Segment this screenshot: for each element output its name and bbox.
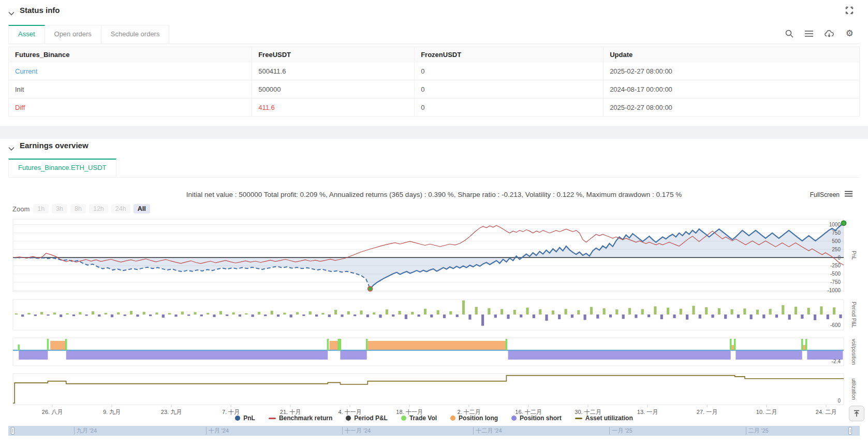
legend-item-period-p-l[interactable]: Period P&L — [346, 415, 388, 422]
status-tabs: AssetOpen ordersSchedule orders — [8, 24, 860, 44]
table-cell: 0 — [415, 62, 604, 80]
legend-label: Trade Vol — [409, 415, 437, 422]
svg-text:0: 0 — [837, 255, 841, 261]
legend-item-benchmark-return[interactable]: Benchmark return — [269, 415, 332, 422]
zoom-button-24h[interactable]: 24h — [111, 204, 130, 213]
earnings-stats-line: Initial net value : 500000 Total profit:… — [0, 191, 868, 198]
column-header: FreeUSDT — [252, 47, 415, 62]
legend-label: Position short — [520, 415, 562, 422]
legend-label: Position long — [459, 415, 498, 422]
table-cell: 2025-02-27 08:00:00 — [604, 62, 860, 80]
table-cell: Diff — [9, 98, 252, 117]
svg-text:vol/position: vol/position — [851, 339, 857, 365]
zoom-button-3h[interactable]: 3h — [52, 204, 67, 213]
tab-open-orders[interactable]: Open orders — [45, 25, 101, 44]
legend-marker-icon — [511, 416, 517, 421]
table-cell: 500411.6 — [252, 62, 415, 80]
svg-text:0: 0 — [837, 398, 841, 404]
legend-marker-icon — [346, 416, 351, 421]
legend-item-trade-vol[interactable]: Trade Vol — [401, 415, 437, 422]
zoom-button-8h[interactable]: 8h — [70, 204, 86, 213]
zoom-controls: Zoom 1h3h8h12h24hAll — [12, 204, 150, 213]
tab-schedule-orders[interactable]: Schedule orders — [101, 25, 170, 44]
svg-text:-250: -250 — [830, 263, 841, 268]
svg-text:-500: -500 — [830, 271, 841, 277]
legend-marker-icon — [235, 416, 240, 421]
legend-label: Benchmark return — [279, 415, 332, 422]
svg-text:utilization: utilization — [851, 378, 857, 400]
zoom-label: Zoom — [12, 205, 30, 213]
legend-item-position-long[interactable]: Position long — [450, 415, 498, 422]
svg-text:750: 750 — [832, 230, 841, 236]
legend-marker-icon — [450, 416, 455, 421]
chart-fullscreen-control: FullScreen — [810, 191, 852, 198]
table-cell: 2024-08-17 00:00:00 — [604, 80, 860, 98]
navigator-left-handle[interactable] — [11, 427, 14, 435]
search-icon[interactable] — [785, 30, 793, 38]
zoom-buttons: 1h3h8h12h24hAll — [33, 204, 150, 213]
earnings-tabs: Futures_Binance.ETH_USDT — [8, 158, 860, 178]
section-title: Status info — [20, 6, 60, 15]
legend-marker-icon — [575, 418, 582, 419]
section-title: Earnings overview — [20, 141, 89, 150]
list-view-icon[interactable] — [805, 30, 813, 37]
table-row: Init50000002024-08-17 00:00:00 — [9, 80, 860, 98]
navigator-month-label: 一月 '25 — [609, 427, 632, 435]
legend-marker-icon — [269, 418, 276, 419]
legend-item-asset-utilization[interactable]: Asset utilization — [575, 415, 633, 422]
collapse-chevron-icon[interactable] — [8, 144, 14, 148]
collapse-chevron-icon[interactable] — [8, 8, 14, 12]
zoom-button-12h[interactable]: 12h — [89, 204, 108, 213]
svg-text:-750: -750 — [830, 279, 841, 285]
legend-marker-icon — [401, 416, 406, 421]
column-header: Update — [604, 47, 860, 62]
navigator-right-handle[interactable] — [848, 427, 852, 435]
svg-text:PnL: PnL — [851, 251, 857, 260]
column-header: Futures_Binance — [9, 47, 252, 62]
tab-futures-binance-eth-usdt[interactable]: Futures_Binance.ETH_USDT — [8, 159, 116, 177]
table-toolbar-icons: ⚙ — [785, 29, 854, 38]
legend-label: Asset utilization — [585, 415, 633, 422]
table-cell: 0 — [415, 98, 604, 117]
status-info-header: Status info — [8, 6, 60, 15]
table-cell: 500000 — [252, 80, 415, 98]
table-row: Diff411.602025-02-27 08:00:00 — [9, 98, 860, 117]
svg-text:-1000: -1000 — [827, 288, 841, 293]
earnings-overview-header: Earnings overview — [8, 141, 89, 150]
fullscreen-label[interactable]: FullScreen — [810, 191, 840, 198]
navigator-month-label: 十月 '24 — [206, 427, 229, 435]
asset-table: Futures_BinanceFreeUSDTFrozenUSDTUpdate … — [8, 47, 860, 117]
navigator-month-label: 十二月 '24 — [473, 427, 502, 435]
table-row: Current500411.602025-02-27 08:00:00 — [9, 62, 860, 80]
svg-text:-2.4: -2.4 — [832, 359, 841, 364]
section-divider — [0, 126, 868, 139]
earnings-chart[interactable]: 10007505002500-250-500-750-1000-600-2.40… — [8, 217, 860, 420]
chart-legend: PnLBenchmark returnPeriod P&LTrade VolPo… — [0, 415, 868, 422]
chart-range-navigator[interactable]: 九月 '24十月 '24十一月 '24十二月 '24一月 '25二月 '25 — [8, 426, 860, 436]
legend-label: PnL — [243, 415, 255, 422]
back-to-top-button[interactable] — [849, 406, 864, 421]
svg-text:1000: 1000 — [829, 222, 841, 227]
navigator-month-label: 九月 '24 — [74, 427, 97, 435]
legend-item-position-short[interactable]: Position short — [511, 415, 562, 422]
cloud-download-icon[interactable] — [825, 30, 834, 38]
svg-text:500: 500 — [832, 238, 841, 244]
zoom-button-1h[interactable]: 1h — [33, 204, 49, 213]
legend-item-pnl[interactable]: PnL — [235, 415, 255, 422]
tab-asset[interactable]: Asset — [8, 25, 45, 44]
legend-label: Period P&L — [354, 415, 388, 422]
table-cell: 0 — [415, 80, 604, 98]
column-header: FrozenUSDT — [415, 47, 604, 62]
zoom-button-all[interactable]: All — [134, 204, 150, 213]
chart-menu-icon[interactable] — [845, 191, 852, 198]
table-cell: 2025-02-27 08:00:00 — [604, 98, 860, 117]
svg-text:250: 250 — [832, 247, 841, 252]
table-cell: 411.6 — [252, 98, 415, 117]
settings-gear-icon[interactable]: ⚙ — [846, 29, 854, 38]
svg-text:Period P&L: Period P&L — [851, 302, 857, 328]
table-cell[interactable]: Current — [9, 62, 252, 80]
navigator-month-label: 十一月 '24 — [342, 427, 371, 435]
svg-text:-600: -600 — [830, 322, 841, 328]
expand-icon[interactable] — [845, 6, 854, 15]
navigator-month-label: 二月 '25 — [746, 427, 769, 435]
